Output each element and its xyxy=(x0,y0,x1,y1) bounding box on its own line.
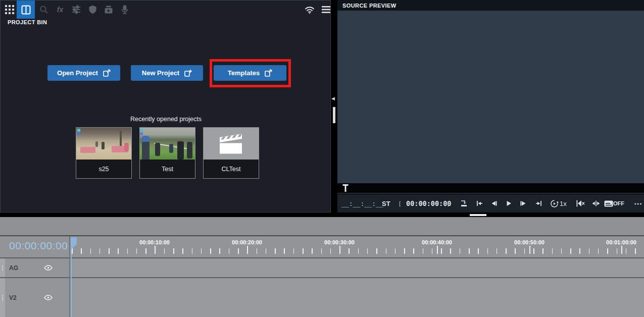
preview-scrub-bar[interactable] xyxy=(337,183,644,194)
st-label: ST xyxy=(382,194,390,213)
ruler-label: 00:00:10:00 xyxy=(139,239,170,245)
track-drag-handle[interactable] xyxy=(0,258,5,277)
project-bin-panel: fx xyxy=(0,0,331,213)
project-card-test[interactable]: Test xyxy=(139,127,195,179)
clapperboard-placeholder xyxy=(204,128,259,160)
project-card-label: CLTest xyxy=(204,160,259,178)
ruler-scale[interactable]: 00:00:10:00 00:00:20:00 00:00:30:00 00:0… xyxy=(70,236,644,257)
clapperboard-icon xyxy=(218,133,244,154)
playback-speed-icon[interactable] xyxy=(549,194,560,213)
source-preview-title: SOURCE PREVIEW xyxy=(342,3,396,9)
panel-title: PROJECT BIN xyxy=(8,19,47,25)
ruler-label: 00:00:30:00 xyxy=(324,239,355,245)
templates-button[interactable]: Templates xyxy=(214,65,286,81)
preview-timecode: 00:00:00:00 xyxy=(406,194,451,213)
track-drag-handle[interactable] xyxy=(0,278,5,317)
project-card-s25[interactable]: s25 xyxy=(76,127,132,179)
horizontal-scrollbar xyxy=(0,213,644,217)
search-icon[interactable] xyxy=(35,1,53,19)
apps-grid-icon[interactable] xyxy=(1,1,19,19)
publish-box-icon[interactable] xyxy=(100,1,118,19)
track-row-v2: V2 xyxy=(0,278,644,317)
source-preview-viewer xyxy=(337,11,644,183)
open-project-button[interactable]: Open Project xyxy=(47,65,120,81)
step-back-icon[interactable] xyxy=(487,194,501,213)
vertical-scrollbar-thumb[interactable] xyxy=(333,107,335,123)
track-visibility-eye-icon[interactable] xyxy=(44,263,53,273)
project-thumbnail-photo xyxy=(76,128,131,160)
project-thumbnail-photo xyxy=(140,128,195,160)
new-project-icon xyxy=(184,69,192,77)
ruler-label: 00:01:00:00 xyxy=(606,239,636,245)
track-name: V2 xyxy=(9,294,17,301)
track-lane[interactable] xyxy=(70,278,644,317)
track-name: AG xyxy=(9,265,18,272)
go-to-in-icon[interactable] xyxy=(473,194,486,213)
timeline-toolbar: ↺ ↺ xyxy=(0,217,644,235)
source-preview-header: SOURCE PREVIEW xyxy=(337,0,644,11)
subtitles-state-label[interactable]: OFF xyxy=(613,194,624,213)
timeline-playhead-line xyxy=(71,250,72,317)
source-preview-panel: SOURCE PREVIEW __:__:__:__ ST [ 00:00:00… xyxy=(337,0,644,213)
ruler-label: 00:00:40:00 xyxy=(422,239,452,245)
collapse-panel-icon[interactable]: ◀ xyxy=(331,96,335,101)
ruler-label: 00:00:50:00 xyxy=(514,239,544,245)
effects-fx-icon[interactable]: fx xyxy=(51,1,69,19)
track-header-divider xyxy=(69,236,70,317)
project-card-label: s25 xyxy=(76,160,131,178)
project-card-label: Test xyxy=(140,160,195,178)
ruler-label: 00:00:20:00 xyxy=(232,239,262,245)
templates-label: Templates xyxy=(228,69,260,77)
project-card-cltest[interactable]: CLTest xyxy=(203,127,259,179)
speed-value-label[interactable]: 1x xyxy=(560,194,567,213)
scrub-track xyxy=(337,193,644,194)
track-row-ag: AG xyxy=(0,258,644,277)
source-timecode-placeholder: __:__:__:__ xyxy=(341,194,383,213)
transport-bar: __:__:__:__ ST [ 00:00:00:00 ] xyxy=(337,194,644,213)
audio-mixer-icon[interactable] xyxy=(67,1,85,19)
more-options-icon[interactable]: ⋯ xyxy=(631,194,644,213)
open-project-label: Open Project xyxy=(57,69,98,77)
horizontal-scrollbar-thumb[interactable] xyxy=(470,214,486,216)
track-lane[interactable] xyxy=(70,258,644,277)
microphone-icon[interactable] xyxy=(116,1,134,19)
panel-divider xyxy=(331,0,337,213)
timeline-current-timecode: 00:00:00:00 xyxy=(9,240,68,252)
track-visibility-eye-icon[interactable] xyxy=(44,293,53,302)
project-bin-icon[interactable] xyxy=(17,1,35,19)
play-icon[interactable] xyxy=(502,194,515,213)
scrub-playhead-icon[interactable] xyxy=(342,184,349,192)
open-project-icon xyxy=(103,69,111,77)
go-to-out-icon[interactable] xyxy=(532,194,546,213)
recent-projects-heading: Recently opened projects xyxy=(1,116,331,123)
in-bracket: [ xyxy=(399,194,401,213)
step-forward-icon[interactable] xyxy=(517,194,530,213)
app-window: fx xyxy=(0,0,644,317)
new-project-label: New Project xyxy=(142,69,179,77)
shield-icon[interactable] xyxy=(83,1,102,19)
mute-icon[interactable] xyxy=(574,194,587,213)
new-project-button[interactable]: New Project xyxy=(131,65,203,81)
wifi-status-icon[interactable] xyxy=(301,1,319,19)
overwrite-icon[interactable] xyxy=(458,194,471,213)
converge-icon[interactable] xyxy=(589,194,603,213)
out-bracket: ] xyxy=(448,194,449,213)
templates-icon xyxy=(265,69,272,77)
